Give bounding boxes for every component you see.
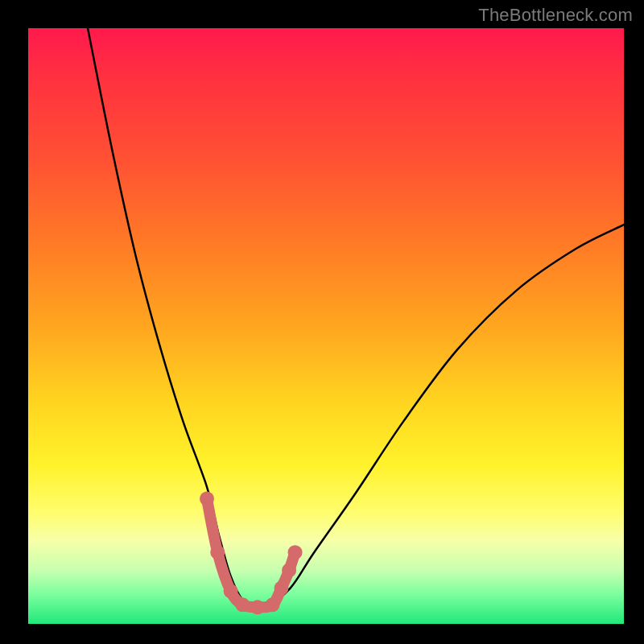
highlight-dot (224, 584, 238, 598)
plot-area (28, 28, 624, 624)
bottleneck-curve (88, 28, 624, 608)
highlight-dot (210, 545, 225, 559)
highlight-markers (200, 492, 303, 615)
chart-container: TheBottleneck.com (0, 0, 644, 644)
highlight-dot (275, 581, 289, 596)
highlight-dot (235, 597, 250, 612)
highlight-dot (200, 492, 214, 506)
highlight-dot (265, 597, 279, 612)
watermark-text: TheBottleneck.com (478, 5, 633, 26)
bottleneck-curve-path (88, 28, 624, 608)
highlight-dot (288, 545, 303, 559)
curve-layer (28, 28, 624, 624)
highlight-dot (250, 600, 265, 614)
highlight-dot (282, 563, 296, 577)
